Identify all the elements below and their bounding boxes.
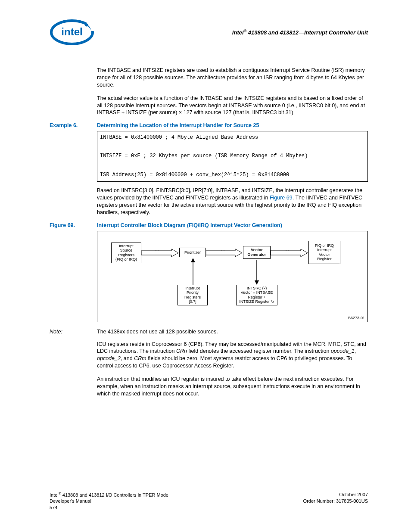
- arrow-icon: [206, 249, 243, 257]
- para-intbase-intsize: The INTBASE and INTSIZE registers are us…: [97, 67, 368, 89]
- svg-marker-7: [191, 258, 195, 262]
- box-priority-registers: Interrupt Priority Registers [0:7]: [177, 285, 208, 305]
- arrow-up-icon: [190, 258, 196, 285]
- para-icu-registers: ICU registers reside in Coprocessor 6 (C…: [97, 341, 368, 370]
- header-rest: 413808 and 413812—Interrupt Controller U…: [246, 29, 368, 36]
- example-code: INTBASE = 0x81400000 ; 4 Mbyte Aligned B…: [97, 131, 368, 182]
- arrow-down-icon: [254, 260, 259, 285]
- figure-heading: Figure 69. Interrupt Controller Block Di…: [50, 222, 368, 228]
- header-title: Intel® 413808 and 413812—Interrupt Contr…: [232, 29, 368, 36]
- box-output-register: FIQ or IRQ Interrupt Vector Register: [308, 241, 340, 264]
- code-line-1: INTBASE = 0x81400000 ; 4 Mbyte Aligned B…: [100, 134, 258, 140]
- block-diagram: Interrupt Source Registers (FIQ or IRQ) …: [97, 231, 368, 322]
- arrow-icon: [271, 249, 308, 257]
- body-column: The INTBASE and INTSIZE registers are us…: [97, 67, 368, 116]
- para-instruction-effect: An instruction that modifies an ICU regi…: [97, 376, 368, 398]
- note-text: The 4138xx does not use all 128 possible…: [97, 328, 218, 336]
- para-iintsrc: Based on IINTSRC[3:0], FINTSRC[3:0], IPR…: [97, 187, 368, 216]
- figure-label: Figure 69.: [50, 222, 97, 228]
- svg-text:intel: intel: [61, 26, 82, 37]
- example-heading: Example 6. Determining the Location of t…: [50, 122, 368, 128]
- note-label: Note:: [50, 329, 97, 335]
- header-product: Intel: [232, 29, 244, 36]
- svg-marker-4: [206, 249, 242, 257]
- code-line-2: INTSIZE = 0xE ; 32 Kbytes per source (IS…: [100, 153, 308, 159]
- footer-right: October 2007 Order Number: 317805-001US: [303, 492, 368, 510]
- figure-title: Interrupt Controller Block Diagram (FIQ/…: [97, 222, 282, 228]
- arrow-icon: [141, 249, 179, 257]
- code-line-3: ISR Address(25) = 0x81400000 + conv_hex(…: [100, 172, 289, 178]
- page-header: intel Intel® 413808 and 413812—Interrupt…: [50, 19, 368, 45]
- svg-marker-9: [255, 280, 259, 285]
- note-row: Note: The 4138xx does not use all 128 po…: [50, 328, 368, 336]
- svg-marker-5: [271, 249, 308, 257]
- figure-id: B6273-01: [348, 316, 365, 320]
- page: intel Intel® 413808 and 413812—Interrupt…: [0, 0, 411, 532]
- page-footer: Intel® 413808 and 413812 I/O Controllers…: [50, 492, 368, 510]
- example-label: Example 6.: [50, 122, 97, 128]
- example-title: Determining the Location of the Interrup…: [97, 122, 259, 128]
- box-intsrc-calc: INTSRC (x) Vector = INTBASE Register + I…: [236, 285, 277, 305]
- svg-point-2: [85, 24, 88, 27]
- intel-logo: intel: [50, 19, 95, 46]
- figure-ref-link[interactable]: Figure 69: [270, 195, 293, 201]
- box-interrupt-source: Interrupt Source Registers (FIQ or IRQ): [111, 243, 141, 263]
- svg-marker-3: [141, 249, 178, 257]
- footer-left: Intel® 413808 and 413812 I/O Controllers…: [50, 492, 168, 510]
- box-vector-generator: Vector Generator: [243, 246, 271, 259]
- box-prioritizer: Prioritizer: [179, 248, 206, 257]
- para-vector-value: The actual vector value is a function of…: [97, 95, 368, 117]
